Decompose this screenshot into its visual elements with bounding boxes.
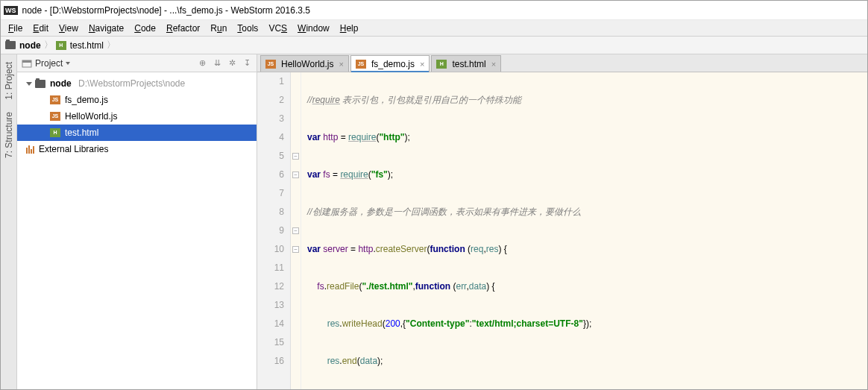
tree-node-root[interactable]: node D:\WebstormProjects\node [17,75,257,92]
tree-label: fs_demo.js [65,95,108,105]
editor-tabs: JS HelloWorld.js × JS fs_demo.js × H tes… [257,54,867,72]
chevron-right-icon: 〉 [44,39,53,51]
tool-tab-project[interactable]: 1: Project [2,57,16,104]
crumb-file[interactable]: test.html [70,40,104,51]
fold-icon[interactable]: − [292,153,299,160]
folder-icon [35,80,45,88]
breadcrumb: node 〉 H test.html 〉 [1,37,867,54]
fold-icon[interactable]: − [292,246,299,253]
code-content[interactable]: //require 表示引包，引包就是引用自己的一个特殊功能 var http … [301,72,867,389]
line-gutter: 12345678910111213141516 [257,72,291,389]
editor-tab-active[interactable]: JS fs_demo.js × [350,55,430,72]
tree-label: test.html [65,128,98,138]
project-header: Project ⊕ ⇊ ✲ ↧ [17,54,257,72]
chevron-right-icon: 〉 [107,39,116,51]
tab-label: test.html [452,59,485,69]
tab-label: fs_demo.js [371,59,415,69]
library-icon [26,145,37,154]
hide-icon[interactable]: ↧ [242,58,252,69]
project-header-label: Project [35,58,63,69]
tree-node-file[interactable]: JS fs_demo.js [17,92,257,108]
menu-file[interactable]: File [4,22,27,35]
menu-view[interactable]: View [54,22,83,35]
titlebar: WS node - [D:\WebstormProjects\node] - .… [1,1,867,20]
project-icon [22,59,32,68]
close-icon[interactable]: × [420,60,424,69]
js-file-icon: JS [356,60,366,69]
tree-label: HelloWorld.js [65,111,117,122]
menubar: File Edit View Navigate Code Refactor Ru… [1,20,867,37]
tree-node-file-selected[interactable]: H test.html [17,125,257,141]
expand-icon[interactable] [26,81,33,87]
tool-window-bar: 1: Project 7: Structure [1,54,17,389]
app-badge: WS [4,6,18,15]
menu-code[interactable]: Code [130,22,160,35]
fold-column: − − − − [291,72,301,389]
html-file-icon: H [436,60,447,69]
folder-icon [5,41,16,49]
menu-navigate[interactable]: Navigate [84,22,128,35]
menu-vcs[interactable]: VCS [264,22,292,35]
html-file-icon: H [50,128,60,137]
menu-tools[interactable]: Tools [233,22,262,35]
gear-icon[interactable]: ✲ [227,58,237,69]
html-file-icon: H [56,41,66,50]
main-area: 1: Project 7: Structure Project ⊕ ⇊ ✲ ↧ … [1,54,867,389]
collapse-icon[interactable]: ⇊ [212,58,222,69]
js-file-icon: JS [265,60,276,69]
dropdown-icon[interactable] [66,62,70,65]
js-file-icon: JS [50,112,60,121]
crumb-root[interactable]: node [19,40,41,51]
project-sidebar: Project ⊕ ⇊ ✲ ↧ node D:\WebstormProjects… [17,54,257,389]
tree-node-external-libs[interactable]: External Libraries [17,141,257,157]
js-file-icon: JS [50,95,60,104]
editor-area: JS HelloWorld.js × JS fs_demo.js × H tes… [257,54,867,389]
close-icon[interactable]: × [339,60,343,69]
menu-run[interactable]: Run [206,22,231,35]
menu-edit[interactable]: Edit [28,22,53,35]
editor-tab[interactable]: JS HelloWorld.js × [260,55,349,72]
locate-icon[interactable]: ⊕ [197,58,207,69]
editor-tab[interactable]: H test.html × [431,55,501,72]
code-editor[interactable]: 12345678910111213141516 − − − − //requir… [257,72,867,389]
fold-icon[interactable]: − [292,172,299,178]
tab-label: HelloWorld.js [281,59,333,69]
svg-rect-1 [22,60,31,63]
tree-label: node [50,78,72,89]
menu-window[interactable]: Window [293,22,334,35]
close-icon[interactable]: × [491,60,496,69]
project-tree: node D:\WebstormProjects\node JS fs_demo… [17,72,257,389]
tree-label: External Libraries [39,144,108,154]
menu-help[interactable]: Help [336,22,363,35]
tool-tab-structure[interactable]: 7: Structure [2,107,16,163]
tree-node-file[interactable]: JS HelloWorld.js [17,108,257,125]
fold-icon[interactable]: − [292,227,299,234]
window-title: node - [D:\WebstormProjects\node] - ...\… [22,5,310,16]
tree-path: D:\WebstormProjects\node [78,78,185,89]
menu-refactor[interactable]: Refactor [162,22,204,35]
